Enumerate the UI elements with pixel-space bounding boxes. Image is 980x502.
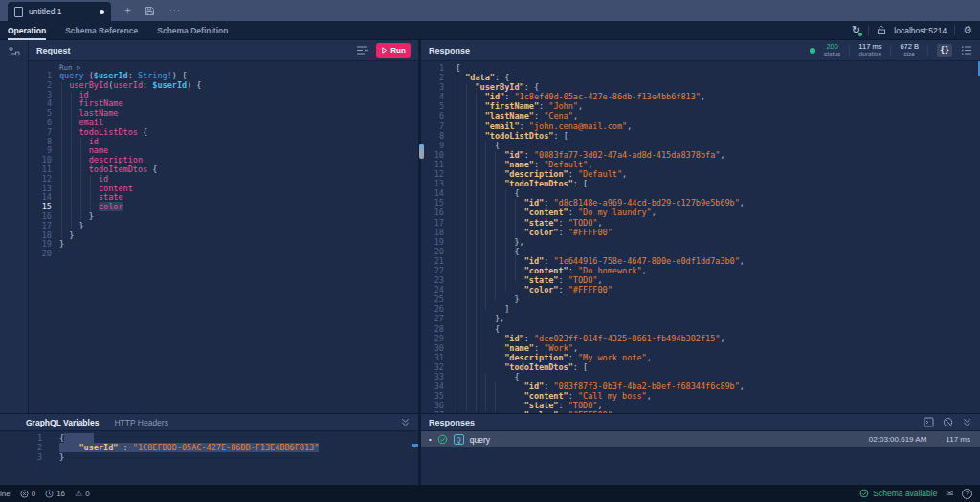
status-stat: 200status xyxy=(824,43,840,58)
tab-schema-definition[interactable]: Schema Definition xyxy=(157,26,228,35)
scroll-indicator xyxy=(412,444,418,447)
document-tab[interactable]: untitled 1 xyxy=(8,2,111,21)
schema-status[interactable]: Schema available xyxy=(859,489,937,498)
app-window: untitled 1 + ⋯ Operation Schema Referenc… xyxy=(0,0,980,502)
success-dot-icon xyxy=(810,48,815,54)
tab-title: untitled 1 xyxy=(29,7,62,16)
variables-editor[interactable]: 1{ 2 "userId" : "1C8EFD0D-05AC-427E-86DB… xyxy=(0,431,418,483)
lock-open-icon xyxy=(877,25,886,35)
variables-header: GraphQL Variables HTTP Headers xyxy=(0,414,418,431)
refresh-schema-icon[interactable]: ↻ xyxy=(852,25,860,35)
warnings-count[interactable]: ⚠ 0 xyxy=(75,490,90,498)
prettify-button[interactable] xyxy=(356,42,368,59)
save-button[interactable] xyxy=(145,0,155,21)
responses-header: Responses xyxy=(421,414,980,431)
splitter-handle[interactable] xyxy=(419,144,424,159)
connection-area: ↻ localhost:5214 ⚙ xyxy=(852,25,972,35)
list-view-icon[interactable] xyxy=(961,45,972,55)
response-stats: 200status 117 msduration 672 Bsize {} xyxy=(810,43,972,58)
errors-count[interactable]: 0 xyxy=(20,490,35,498)
panel-divider[interactable] xyxy=(418,40,421,485)
endpoint-url[interactable]: localhost:5214 xyxy=(894,26,947,35)
tab-bar: untitled 1 + ⋯ xyxy=(0,0,980,21)
feedback-icon[interactable]: ✉ xyxy=(946,490,953,498)
new-tab-button[interactable]: + xyxy=(124,0,131,21)
json-view-button[interactable]: {} xyxy=(937,44,952,57)
prettify-icon xyxy=(356,45,368,55)
info-count[interactable]: 16 xyxy=(45,490,65,498)
size-stat: 672 Bsize xyxy=(900,43,919,58)
status-bar: ine 0 16 ⚠ 0 Schema av xyxy=(0,485,980,502)
tab-graphql-variables[interactable]: GraphQL Variables xyxy=(26,418,99,427)
clear-icon[interactable] xyxy=(943,417,953,427)
schema-check-icon xyxy=(859,489,869,498)
request-title: Request xyxy=(36,46,71,55)
request-panel: Request Run Run ▷ 1query ($userId: Strin… xyxy=(29,40,418,413)
console-icon[interactable] xyxy=(924,417,934,427)
request-editor[interactable]: Run ▷ 1query ($userId: String!) {2 userB… xyxy=(29,61,418,413)
save-icon xyxy=(145,6,155,16)
settings-gear-icon[interactable]: ⚙ xyxy=(963,25,972,35)
query-badge-icon: Q xyxy=(454,434,464,445)
response-row-time: 02:03:00.619 AM xyxy=(869,435,927,444)
more-tabs-button[interactable]: ⋯ xyxy=(168,0,180,21)
help-icon[interactable]: ? xyxy=(962,489,972,499)
collapse-chevrons-icon[interactable] xyxy=(962,418,972,427)
nav-bar: Operation Schema Reference Schema Defini… xyxy=(0,21,980,40)
response-history-row[interactable]: • Q query 02:03:00.619 AM 117 ms xyxy=(421,431,980,447)
warning-icon: ⚠ xyxy=(75,490,82,498)
response-title: Response xyxy=(429,46,470,55)
tab-operation[interactable]: Operation xyxy=(8,26,46,35)
response-editor[interactable]: 1{2 "data": {3 "userById": {4 "id": "1c8… xyxy=(421,61,980,413)
pending-clock-icon xyxy=(45,490,54,498)
unsaved-dot-icon xyxy=(100,10,104,14)
duration-stat: 117 msduration xyxy=(858,43,881,58)
run-button[interactable]: Run xyxy=(376,43,411,58)
collapse-chevrons-icon[interactable] xyxy=(400,418,411,427)
request-header: Request Run xyxy=(29,40,418,61)
response-panel: Response 200status 117 msduration 672 Bs… xyxy=(421,40,980,413)
tab-schema-reference[interactable]: Schema Reference xyxy=(65,26,138,35)
operations-tree-icon[interactable] xyxy=(8,46,21,59)
responses-panel: Responses • Q que xyxy=(421,413,980,485)
response-row-label: query xyxy=(470,435,490,445)
error-circle-icon xyxy=(20,490,29,498)
status-left-text: ine xyxy=(0,490,11,498)
operations-sidebar xyxy=(0,40,29,413)
run-label: Run xyxy=(390,46,406,55)
selected-dot-icon: • xyxy=(429,435,432,444)
response-header: Response 200status 117 msduration 672 Bs… xyxy=(421,40,980,61)
variables-panel: GraphQL Variables HTTP Headers 1{ 2 "use… xyxy=(0,413,418,485)
success-check-icon xyxy=(437,434,448,445)
tab-http-headers[interactable]: HTTP Headers xyxy=(114,418,168,427)
responses-title: Responses xyxy=(429,418,475,427)
play-icon xyxy=(381,47,388,54)
document-icon xyxy=(14,7,23,17)
response-row-duration: 117 ms xyxy=(946,435,970,444)
